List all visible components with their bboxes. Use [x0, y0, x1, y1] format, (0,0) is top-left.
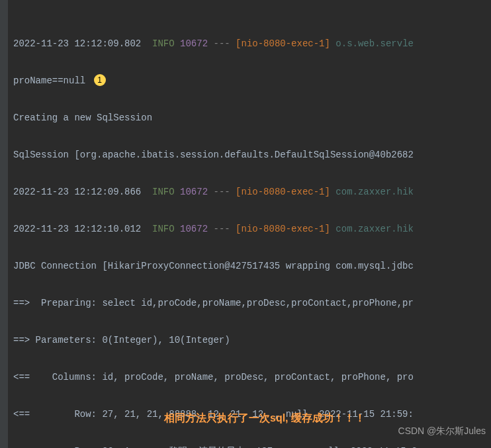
- log-line: 2022-11-23 12:12:09.802 INFO 10672 --- […: [13, 34, 491, 53]
- log-line: ==> Preparing: select id,proCode,proName…: [13, 294, 491, 312]
- log-line: SqlSession [org.apache.ibatis.session.de…: [13, 146, 491, 164]
- console-log[interactable]: 2022-11-23 12:12:09.802 INFO 10672 --- […: [13, 0, 491, 448]
- log-line: Creating a new SqlSession: [13, 109, 491, 127]
- log-line: ==> Parameters: 0(Integer), 10(Integer): [13, 331, 491, 349]
- log-line: proName==null 1: [13, 71, 491, 90]
- annotation-text: 相同方法只执行了一次sql, 缓存成功！！！: [164, 409, 365, 427]
- log-line: 2022-11-23 12:12:10.012 INFO 10672 --- […: [13, 220, 491, 238]
- log-line: JDBC Connection [HikariProxyConnection@4…: [13, 257, 491, 275]
- log-line: <== Row: 26, Auraro, 黎明, 清晨的早上, 187, , ,…: [13, 442, 491, 448]
- log-line: 2022-11-23 12:12:09.866 INFO 10672 --- […: [13, 183, 491, 201]
- watermark-text: CSDN @朱尔斯Jules: [398, 422, 486, 440]
- log-line: <== Columns: id, proCode, proName, proDe…: [13, 368, 491, 386]
- badge-1-icon: 1: [94, 74, 106, 86]
- editor-gutter: [0, 0, 8, 448]
